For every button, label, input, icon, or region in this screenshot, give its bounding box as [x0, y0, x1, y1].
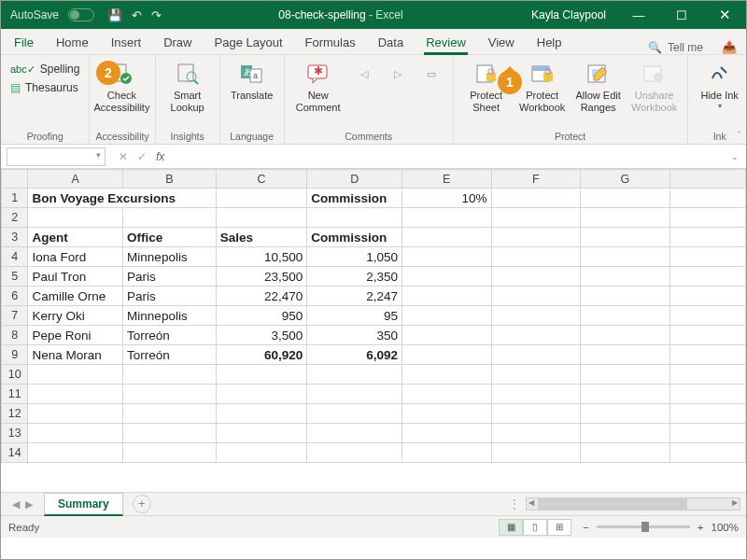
tab-insert[interactable]: Insert	[100, 30, 153, 54]
thesaurus-button[interactable]: ▤ Thesaurus	[7, 79, 82, 96]
maximize-button[interactable]: ☐	[660, 8, 703, 22]
callout-1: 1	[498, 70, 522, 94]
zoom-out-button[interactable]: −	[583, 522, 589, 533]
show-icon: ▭	[417, 61, 445, 87]
autosave-toggle[interactable]	[68, 8, 94, 21]
svg-rect-15	[532, 66, 549, 71]
window-title: 08-check-spelling - Excel	[162, 8, 520, 21]
svg-line-4	[194, 80, 198, 84]
spelling-button[interactable]: abc✓ Spelling	[7, 61, 83, 77]
split-icon[interactable]: ⋮	[509, 497, 526, 511]
spreadsheet-grid[interactable]: A B C D E F G 1Bon Voyage ExcursionsComm…	[1, 169, 746, 492]
zoom-level[interactable]: 100%	[712, 522, 739, 533]
cell[interactable]: Commission	[307, 189, 402, 208]
prev-sheet-icon[interactable]: ◀	[12, 498, 20, 511]
enter-icon[interactable]: ✓	[137, 150, 147, 163]
undo-icon[interactable]: ↶	[132, 8, 142, 22]
smart-lookup-icon	[174, 61, 202, 87]
tab-home[interactable]: Home	[45, 30, 100, 54]
search-icon: 🔍	[648, 41, 662, 54]
svg-rect-2	[178, 64, 193, 81]
view-buttons: ▦ ▯ ⊞	[499, 519, 571, 536]
view-normal[interactable]: ▦	[499, 519, 523, 536]
show-comments-button[interactable]: ▭	[416, 59, 447, 90]
prev-icon: ◁	[350, 61, 378, 87]
close-button[interactable]: ✕	[703, 7, 746, 23]
protect-sheet-icon	[472, 61, 500, 87]
view-page-break[interactable]: ⊞	[547, 519, 571, 536]
user-name[interactable]: Kayla Claypool	[520, 8, 617, 21]
col-header-a[interactable]: A	[28, 170, 123, 189]
status-ready: Ready	[8, 522, 39, 533]
hide-ink-button[interactable]: Hide Ink ▾	[694, 59, 746, 110]
next-icon: ▷	[384, 61, 412, 87]
formula-bar: ✕ ✓ fx ⌄	[1, 145, 746, 169]
smart-lookup-button[interactable]: Smart Lookup	[162, 59, 214, 113]
next-sheet-icon[interactable]: ▶	[25, 498, 33, 511]
tab-page-layout[interactable]: Page Layout	[204, 30, 294, 54]
redo-icon[interactable]: ↷	[151, 8, 162, 22]
tab-help[interactable]: Help	[526, 30, 573, 54]
col-header-f[interactable]: F	[491, 170, 581, 189]
col-header-e[interactable]: E	[402, 170, 491, 189]
add-sheet-button[interactable]: +	[133, 495, 151, 513]
zoom-control: − + 100%	[583, 522, 739, 533]
fx-icon[interactable]: fx	[156, 150, 170, 163]
allow-edit-ranges-button[interactable]: Allow Edit Ranges	[571, 59, 626, 113]
expand-formula-bar[interactable]: ⌄	[724, 152, 746, 161]
translate-icon: あa	[238, 61, 266, 87]
cell[interactable]: 10%	[402, 189, 491, 208]
tell-me[interactable]: 🔍 Tell me	[648, 41, 712, 54]
zoom-in-button[interactable]: +	[698, 522, 704, 533]
cell[interactable]: Bon Voyage Excursions	[28, 189, 216, 208]
edit-ranges-icon	[585, 61, 613, 87]
tab-data[interactable]: Data	[367, 30, 415, 54]
select-all-corner[interactable]	[2, 170, 28, 189]
tab-draw[interactable]: Draw	[152, 30, 203, 54]
next-comment-button[interactable]: ▷	[382, 59, 414, 90]
row-header[interactable]: 1	[2, 189, 28, 208]
share-button[interactable]: 📤	[712, 40, 746, 54]
autosave-label: AutoSave	[1, 8, 66, 21]
spelling-icon: abc✓	[10, 63, 35, 76]
sheet-tab-summary[interactable]: Summary	[44, 493, 123, 516]
prev-comment-button[interactable]: ◁	[348, 59, 380, 90]
protect-workbook-button[interactable]: Protect Workbook	[515, 59, 570, 113]
col-header-g[interactable]: G	[581, 170, 670, 189]
cancel-icon[interactable]: ✕	[119, 150, 128, 163]
quick-access-toolbar: 💾 ↶ ↷	[102, 8, 162, 22]
col-header-b[interactable]: B	[123, 170, 217, 189]
tab-review[interactable]: Review	[415, 30, 477, 54]
translate-button[interactable]: あa Translate	[226, 59, 278, 102]
minimize-button[interactable]: —	[617, 8, 660, 22]
view-page-layout[interactable]: ▯	[523, 519, 547, 536]
thesaurus-icon: ▤	[10, 81, 21, 94]
svg-text:a: a	[253, 71, 258, 80]
group-protect: Protect Sheet Protect Workbook Allow Edi…	[454, 55, 688, 144]
horizontal-scrollbar[interactable]	[526, 497, 740, 511]
tab-view[interactable]: View	[477, 30, 526, 54]
svg-text:あ: あ	[244, 67, 252, 77]
callout-2: 2	[96, 61, 120, 85]
unshare-icon	[641, 61, 669, 87]
group-comments: ✱ New Comment ◁ ▷ ▭ Comments	[285, 55, 454, 144]
col-header-h[interactable]	[669, 170, 745, 189]
status-bar: Ready ▦ ▯ ⊞ − + 100%	[1, 515, 746, 538]
tab-formulas[interactable]: Formulas	[294, 30, 367, 54]
tab-file[interactable]: File	[3, 30, 45, 54]
name-box[interactable]	[7, 147, 106, 166]
group-proofing: abc✓ Spelling ▤ Thesaurus Proofing	[1, 55, 90, 144]
col-header-d[interactable]: D	[307, 170, 402, 189]
zoom-slider[interactable]	[597, 525, 690, 528]
new-comment-button[interactable]: ✱ New Comment	[290, 59, 346, 113]
collapse-ribbon-icon[interactable]: ˆ	[738, 131, 740, 141]
save-icon[interactable]: 💾	[107, 8, 122, 22]
svg-text:✱: ✱	[314, 64, 323, 77]
group-insights: Smart Lookup Insights	[156, 55, 220, 144]
ribbon-tabs: File Home Insert Draw Page Layout Formul…	[1, 29, 746, 55]
svg-point-21	[654, 73, 663, 82]
sheet-tab-bar: ◀▶ Summary + ⋮	[1, 492, 746, 515]
group-language: あa Translate Language	[220, 55, 285, 144]
title-bar: AutoSave 💾 ↶ ↷ 08-check-spelling - Excel…	[1, 1, 746, 29]
col-header-c[interactable]: C	[216, 170, 307, 189]
